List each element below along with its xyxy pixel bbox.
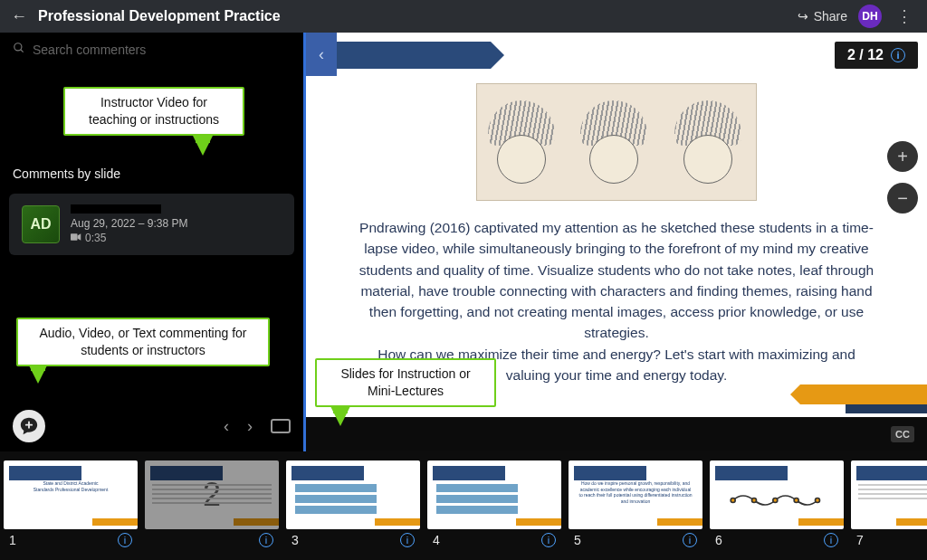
next-comment-icon[interactable]: › (247, 417, 253, 436)
zoom-in-button[interactable]: + (887, 141, 918, 172)
svg-line-1 (21, 50, 24, 52)
prev-comment-icon[interactable]: ‹ (224, 417, 229, 436)
slide-thumbnail[interactable]: 4i (427, 460, 561, 560)
slide-thumbnail[interactable]: 7 (851, 460, 927, 560)
fullscreen-icon[interactable] (271, 419, 291, 433)
share-button[interactable]: ↪ Share (798, 9, 847, 24)
thumbnail-number: 1 (9, 533, 16, 547)
zoom-controls: + − (887, 141, 918, 214)
slide-ribbon-decoration (846, 404, 927, 413)
info-icon[interactable]: i (118, 533, 132, 547)
search-icon (13, 42, 25, 58)
thumbnail-number: 5 (574, 533, 581, 547)
search-input[interactable] (33, 43, 291, 57)
callout-instructor-video: Instructor Video for teaching or instruc… (63, 87, 244, 136)
svg-point-6 (794, 498, 798, 503)
svg-point-7 (816, 498, 820, 503)
slide-paragraph-1: Pndrawing (2016) captivated my attention… (359, 220, 874, 340)
comments-panel: Instructor Video for teaching or instruc… (0, 33, 306, 451)
share-label: Share (814, 9, 847, 24)
slide-thumbnail[interactable]: State and District AcademicStandards Pro… (4, 460, 138, 560)
slide-counter-text: 2 / 12 (847, 47, 884, 63)
main-area: Instructor Video for teaching or instruc… (0, 33, 927, 451)
comment-card[interactable]: AD Aug 29, 2022 – 9:38 PM 0:35 (9, 194, 294, 255)
slide-thumbnail[interactable]: How do we inspire personal growth, respo… (569, 460, 702, 560)
slide-panel: ‹ 2 / 12 i Pndrawing (2016) captivated m… (306, 33, 927, 451)
callout-commenting: Audio, Video, or Text commenting for stu… (16, 318, 270, 366)
back-arrow-icon[interactable]: ← (11, 7, 27, 26)
more-menu-icon[interactable]: ⋮ (893, 6, 916, 26)
comments-toolbar: ‹ › (0, 401, 303, 451)
slide-thumbnail[interactable]: 2 i (145, 460, 279, 560)
thumbnail-number: 4 (433, 533, 440, 547)
closed-captions-button[interactable]: CC (891, 426, 914, 442)
search-row (0, 33, 303, 67)
callout-slides: Slides for Instruction or Mini-Lectures (315, 358, 496, 407)
thumbnail-number: 7 (856, 533, 864, 547)
info-icon[interactable]: i (891, 48, 905, 62)
app-header: ← Professional Development Practice ↪ Sh… (0, 0, 927, 33)
video-icon (71, 232, 81, 244)
svg-rect-2 (71, 233, 78, 241)
zoom-out-button[interactable]: − (887, 183, 918, 214)
comment-meta: Aug 29, 2022 – 9:38 PM 0:35 (71, 204, 187, 244)
slide-thumbnail[interactable]: 3i (286, 460, 420, 560)
info-icon[interactable]: i (683, 533, 697, 547)
comments-heading: Comments by slide (0, 166, 303, 181)
slide-ribbon-decoration (800, 384, 927, 404)
svg-point-0 (14, 43, 22, 51)
info-icon[interactable]: i (541, 533, 556, 547)
svg-point-3 (731, 498, 735, 503)
info-icon[interactable]: i (400, 533, 415, 547)
slide-thumbnail[interactable]: 6i (710, 460, 844, 560)
svg-point-5 (773, 498, 778, 503)
comment-timestamp: Aug 29, 2022 – 9:38 PM (71, 217, 187, 230)
user-avatar[interactable]: DH (858, 5, 882, 28)
comment-avatar: AD (22, 205, 60, 243)
thumbnail-number: 6 (715, 533, 722, 547)
comment-author-redacted (71, 204, 161, 214)
slide-ribbon-decoration (337, 42, 491, 69)
slide-counter: 2 / 12 i (835, 42, 918, 69)
prev-slide-button[interactable]: ‹ (306, 33, 337, 76)
page-title: Professional Development Practice (38, 8, 281, 24)
share-icon: ↪ (798, 9, 808, 24)
comment-duration: 0:35 (85, 232, 106, 244)
slide-illustration (476, 83, 757, 201)
thumbnail-strip: State and District AcademicStandards Pro… (0, 451, 927, 560)
add-comment-button[interactable] (13, 410, 45, 442)
info-icon[interactable]: i (824, 533, 838, 547)
info-icon[interactable]: i (259, 533, 273, 547)
slide-action-bar: CC (306, 417, 927, 451)
thumbnail-number: 3 (291, 533, 299, 547)
svg-point-4 (752, 498, 757, 503)
